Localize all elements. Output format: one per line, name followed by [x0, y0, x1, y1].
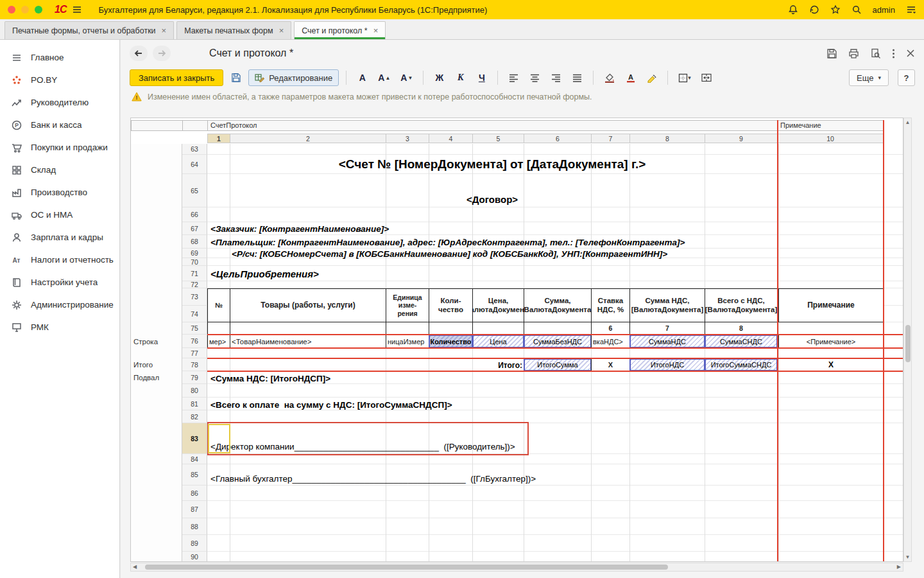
save-button[interactable] [826, 48, 837, 59]
sidebar-item-zarplata-kadry[interactable]: Зарплата и кадры [0, 226, 119, 249]
favorites-button[interactable] [830, 4, 841, 15]
selection-rectangle[interactable] [207, 422, 529, 455]
vertical-scrollbar-thumb[interactable] [905, 325, 911, 362]
param-cell-summa-s-nds[interactable]: СуммаСНДС [705, 335, 778, 348]
window-zoom-button[interactable] [35, 6, 42, 13]
scroll-down-icon[interactable]: ▼ [904, 554, 911, 560]
tab-close-icon[interactable]: × [279, 26, 284, 35]
column-header[interactable]: 4 [429, 134, 473, 143]
table-colnum-cell[interactable] [524, 322, 592, 335]
cell-accountant-line[interactable]: <Главный бухгалтер______________________… [210, 472, 536, 485]
underline-button[interactable]: Ч [473, 69, 490, 86]
notifications-button[interactable] [788, 4, 798, 15]
cell-customer[interactable]: <Заказчик: [КонтрагентНаименование]> [210, 222, 389, 235]
cell-account[interactable]: <Р/сч: [КОБСНомерСчета] в [КОБСБанкНаиме… [232, 249, 667, 259]
cell-x-note[interactable]: Х [778, 358, 884, 371]
cell-contract[interactable]: <Договор> [207, 192, 777, 206]
align-justify-button[interactable] [569, 69, 586, 86]
cell-tovar-naimenovanie[interactable]: <ТоварНаименование> [230, 335, 386, 348]
increase-font-button[interactable]: А▲ [375, 69, 393, 86]
sidebar-item-nalogi[interactable]: Ат Налоги и отчетность [0, 249, 119, 271]
param-cell-summa-nds[interactable]: СуммаНДС [629, 335, 705, 348]
table-colnum-cell[interactable] [386, 322, 429, 335]
more-button[interactable]: Еще ▾ [849, 69, 889, 86]
main-menu-icon[interactable] [72, 4, 82, 15]
column-header[interactable]: 8 [629, 134, 705, 143]
param-cell-tsena[interactable]: Цена [472, 335, 524, 348]
cell-amount-due-line[interactable]: <Всего к оплате на сумму с НДС: [ИтогоСу… [210, 399, 452, 410]
cell-payer[interactable]: <Плательщик: [КонтрагентНаименование], а… [210, 236, 685, 249]
tab-print-forms[interactable]: Печатные формы, отчеты и обработки × [4, 21, 174, 39]
help-button[interactable]: ? [898, 69, 915, 86]
cell-vat-total-line[interactable]: <Сумма НДС: [ИтогоНДСП]> [210, 372, 330, 384]
table-header-qty[interactable]: Коли- чество [429, 288, 473, 322]
named-columns-header-note[interactable]: Примечание [777, 120, 884, 131]
sidebar-item-sklad[interactable]: Склад [0, 159, 119, 181]
cell-purpose[interactable]: <ЦельПриобретения> [210, 267, 319, 281]
table-colnum-cell[interactable]: 6 [591, 322, 630, 335]
cell-edinitsa-izmereniya[interactable]: ницаИзмер [386, 335, 429, 348]
tab-close-icon[interactable]: × [373, 26, 379, 35]
cell-x-vat-rate[interactable]: Х [591, 358, 630, 371]
column-header[interactable]: 10 [777, 134, 884, 143]
more-commands-button[interactable] [892, 48, 895, 59]
cell-itogo-label[interactable]: Итого: [472, 360, 522, 371]
param-cell-summa-bez-nds[interactable]: СуммаБезНДС [524, 335, 592, 348]
sidebar-item-poby[interactable]: PO.BY [0, 69, 119, 91]
decrease-font-button[interactable]: А▼ [397, 69, 416, 86]
column-header[interactable]: 6 [524, 134, 592, 143]
back-button[interactable] [130, 46, 148, 61]
scroll-left-icon[interactable]: ◀ [133, 564, 137, 570]
sidebar-item-bank-kassa[interactable]: P Банк и касса [0, 114, 119, 136]
cell-stavka-nds[interactable]: вкаНДС> [591, 335, 630, 348]
param-cell-itogo-summa[interactable]: ИтогоСумма [524, 358, 592, 371]
align-left-button[interactable] [505, 69, 522, 86]
align-center-button[interactable] [526, 69, 543, 86]
forward-button[interactable] [153, 46, 171, 61]
window-minimize-button[interactable] [21, 6, 29, 13]
horizontal-scrollbar[interactable]: ◀ ▶ [130, 563, 903, 572]
bold-button[interactable]: Ж [431, 69, 448, 86]
param-cell-itogo-nds[interactable]: ИтогоНДС [629, 358, 705, 371]
table-header-sum[interactable]: Сумма, [ВалютаДокумента] [524, 288, 592, 322]
sidebar-item-glavnoe[interactable]: Главное [0, 46, 119, 69]
table-header-num[interactable]: № [207, 288, 230, 322]
write-button[interactable] [227, 69, 244, 86]
column-header[interactable]: 9 [705, 134, 778, 143]
save-and-close-button[interactable]: Записать и закрыть [130, 69, 223, 86]
table-colnum-cell[interactable]: 8 [705, 322, 778, 335]
tab-layouts[interactable]: Макеты печатных форм × [176, 21, 291, 39]
history-button[interactable] [809, 4, 819, 15]
column-header[interactable]: 7 [591, 134, 630, 143]
print-preview-button[interactable] [870, 48, 881, 59]
column-header[interactable]: 3 [386, 134, 429, 143]
table-header-goods[interactable]: Товары (работы, услуги) [230, 288, 386, 322]
sidebar-item-rmk[interactable]: РМК [0, 316, 119, 338]
vertical-scrollbar[interactable]: ▲ ▼ [903, 118, 912, 562]
sidebar-item-administrirovanie[interactable]: Администрирование [0, 293, 119, 316]
table-colnum-cell[interactable] [472, 322, 524, 335]
current-user[interactable]: admin [873, 5, 895, 15]
table-colnum-cell[interactable] [230, 322, 386, 335]
borders-button[interactable]: ▾ [675, 69, 694, 86]
italic-button[interactable]: К [452, 69, 469, 86]
table-header-total[interactable]: Всего с НДС, [ВалютаДокумента] [705, 288, 778, 322]
sidebar-item-proizvodstvo[interactable]: Производство [0, 181, 119, 204]
table-header-vat-sum[interactable]: Сумма НДС, [ВалютаДокумента] [629, 288, 705, 322]
table-header-note[interactable]: Примечание [778, 288, 884, 322]
table-header-price[interactable]: Цена, [ВалютаДокумента] [472, 288, 524, 322]
param-cell-itogo-summa-s-nds[interactable]: ИтогоСуммаСНДС [705, 358, 778, 371]
align-right-button[interactable] [547, 69, 565, 86]
cell-primechanie[interactable]: <Примечание> [778, 335, 884, 348]
global-search-button[interactable] [851, 4, 862, 15]
user-menu-button[interactable] [906, 5, 916, 14]
scroll-up-icon[interactable]: ▲ [904, 119, 911, 125]
edit-mode-toggle[interactable]: Редактирование [248, 69, 339, 86]
background-color-button[interactable] [601, 69, 618, 86]
table-colnum-cell[interactable] [207, 322, 230, 335]
param-cell-kolichestvo[interactable]: Количество [429, 335, 473, 348]
table-colnum-cell[interactable] [429, 322, 473, 335]
highlight-button[interactable] [643, 69, 660, 86]
horizontal-scrollbar-thumb[interactable] [145, 565, 668, 570]
column-header[interactable]: 1 [207, 134, 230, 143]
